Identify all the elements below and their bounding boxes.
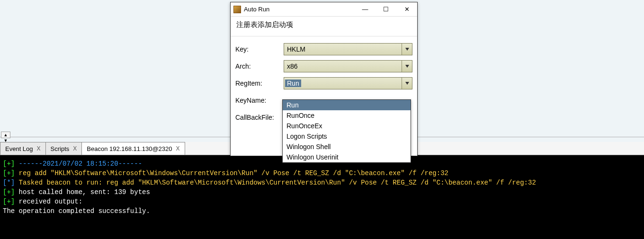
key-value: HKLM	[287, 45, 305, 53]
dialog-title: Auto Run	[244, 6, 355, 13]
key-combo[interactable]: HKLM	[284, 43, 412, 55]
regitem-label: RegItem:	[235, 80, 284, 87]
dropdown-option[interactable]: RunOnce	[283, 110, 411, 121]
dropdown-option[interactable]: Logon Scripts	[283, 131, 411, 142]
arch-combo[interactable]: x86	[284, 60, 412, 72]
dialog-subtitle: 注册表添加启动项	[231, 17, 417, 36]
beacon-console[interactable]: [+] ------2021/07/02 18:15:20------[+] r…	[0, 155, 644, 239]
tab-beacon-192-168-11-130-2320[interactable]: Beacon 192.168.11.130@2320X	[81, 142, 185, 155]
titlebar[interactable]: Auto Run — ☐ ✕	[231, 2, 417, 17]
console-line: [+] received output:	[3, 197, 641, 206]
chevron-down-icon	[402, 78, 412, 89]
tab-close-icon[interactable]: X	[37, 145, 41, 152]
chevron-down-icon	[402, 44, 412, 55]
regitem-combo[interactable]: Run	[284, 77, 412, 89]
splitter-handle[interactable]: ▲ ▼	[1, 132, 10, 138]
maximize-button[interactable]: ☐	[376, 3, 396, 16]
arch-label: Arch:	[235, 62, 284, 70]
close-button[interactable]: ✕	[396, 3, 417, 16]
keyname-label: KeyName:	[235, 97, 284, 104]
console-line: The operation completed successfully.	[3, 206, 641, 216]
tab-label: Event Log	[5, 145, 33, 152]
tab-label: Beacon 192.168.11.130@2320	[87, 145, 172, 152]
dropdown-option[interactable]: Winlogon Userinit	[283, 152, 411, 162]
tab-close-icon[interactable]: X	[73, 145, 77, 152]
tab-event-log[interactable]: Event LogX	[0, 142, 46, 155]
dropdown-option[interactable]: Run	[283, 100, 411, 110]
regitem-value: Run	[285, 80, 301, 87]
arch-value: x86	[287, 62, 298, 70]
dropdown-option[interactable]: Winlogon Shell	[283, 142, 411, 152]
regitem-dropdown[interactable]: RunRunOnceRunOnceExLogon ScriptsWinlogon…	[282, 99, 411, 163]
dropdown-option[interactable]: RunOnceEx	[283, 121, 411, 131]
key-label: Key:	[235, 45, 284, 53]
console-line: [+] host called home, sent: 139 bytes	[3, 187, 641, 197]
tab-label: Scripts	[51, 145, 70, 152]
chevron-down-icon	[402, 61, 412, 72]
app-icon	[233, 6, 241, 13]
minimize-button[interactable]: —	[355, 3, 376, 16]
callbackfile-label: CallBackFile:	[235, 114, 284, 121]
console-line: [+] reg add "HKLM\Software\Microsoft\Win…	[3, 168, 641, 178]
tab-scripts[interactable]: ScriptsX	[45, 142, 82, 155]
tab-close-icon[interactable]: X	[176, 145, 180, 152]
console-line: [*] Tasked beacon to run: reg add "HKLM\…	[3, 178, 641, 187]
